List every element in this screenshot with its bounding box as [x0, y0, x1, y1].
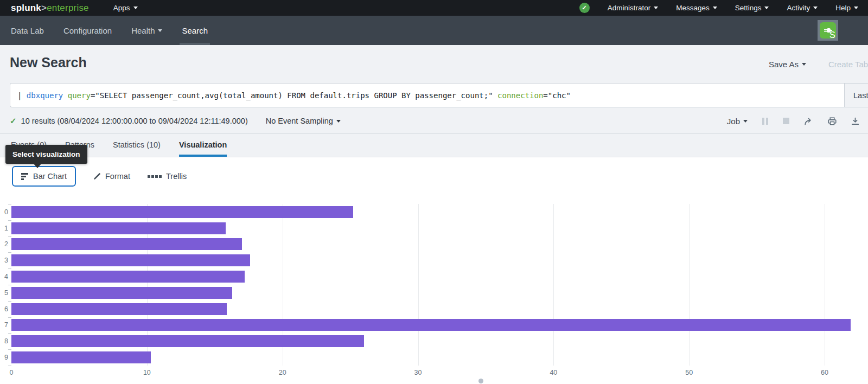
y-axis-tick	[8, 366, 11, 366]
bar-row: 8	[0, 333, 868, 349]
search-input[interactable]: | dbxquery query="SELECT passenger_count…	[10, 91, 571, 100]
chevron-down-icon	[854, 7, 858, 9]
y-axis-category-label: 8	[0, 337, 8, 345]
logo-splunk-text: splunk	[11, 3, 41, 13]
chevron-down-icon	[713, 7, 717, 9]
page-title: New Search	[10, 55, 87, 71]
tab-visualization[interactable]: Visualization	[179, 140, 227, 157]
app-icon-tile[interactable]: S	[818, 20, 838, 41]
y-axis-category-label: 4	[0, 273, 8, 280]
results-bar: ✓ 10 results (08/04/2024 12:00:00.000 to…	[0, 108, 868, 134]
trellis-grid-icon	[148, 175, 162, 178]
job-controls: Job	[727, 117, 868, 126]
bar-row: 4	[0, 268, 868, 285]
nav-item-search[interactable]: Search	[182, 16, 208, 45]
results-tabs: Events (0)PatternsStatistics (10)Visuali…	[0, 134, 868, 157]
bar[interactable]	[11, 303, 227, 315]
create-tab-label: Create Tab	[828, 60, 868, 69]
menu-label: Activity	[787, 4, 810, 12]
trellis-button[interactable]: Trellis	[148, 166, 187, 187]
select-visualization-tooltip: Select visualization	[5, 145, 87, 164]
bar[interactable]	[11, 238, 242, 250]
x-axis-tick-label: 40	[550, 369, 557, 376]
bar-row: 7	[0, 317, 868, 334]
bar[interactable]	[11, 271, 245, 283]
topbar-menu-administrator[interactable]: Administrator	[608, 4, 659, 12]
save-as-button[interactable]: Save As	[769, 60, 806, 69]
chevron-down-icon	[133, 7, 138, 9]
topbar-right-menus: ✓ AdministratorMessagesSettingsActivityH…	[579, 3, 868, 13]
y-axis-category-label: 6	[0, 305, 8, 313]
bar[interactable]	[11, 287, 232, 299]
bar-row: 6	[0, 301, 868, 317]
topbar-menu-settings[interactable]: Settings	[735, 4, 769, 12]
menu-label: Administrator	[608, 4, 651, 12]
nav-item-health[interactable]: Health	[131, 16, 162, 45]
query-token-command: dbxquery	[27, 91, 63, 100]
y-axis-category-label: 7	[0, 321, 8, 329]
pencil-icon	[93, 172, 101, 180]
event-sampling-label: No Event Sampling	[266, 117, 333, 125]
stop-icon[interactable]	[783, 118, 789, 124]
tooltip-caret	[34, 164, 41, 168]
chart-type-button[interactable]: Bar Chart	[12, 166, 76, 187]
apps-menu[interactable]: Apps	[113, 4, 138, 12]
y-axis-category-label: 5	[0, 289, 8, 297]
topbar-menu-help[interactable]: Help	[835, 4, 858, 12]
x-axis-tick-label: 60	[821, 369, 828, 376]
event-sampling-menu[interactable]: No Event Sampling	[266, 117, 341, 125]
search-bar: | dbxquery query="SELECT passenger_count…	[10, 83, 868, 107]
cursor-dot	[478, 379, 483, 383]
chevron-down-icon	[336, 120, 341, 123]
time-range-picker[interactable]: Last	[844, 84, 868, 107]
chart-type-label: Bar Chart	[33, 172, 67, 181]
logo-enterprise-text: enterprise	[47, 3, 89, 13]
download-icon[interactable]	[851, 117, 859, 125]
bar[interactable]	[11, 222, 226, 234]
query-token-plain: ="SELECT passenger_count,avg(total_amoun…	[91, 91, 493, 100]
success-check-icon: ✓	[10, 116, 17, 126]
bar[interactable]	[11, 254, 250, 266]
chevron-down-icon	[764, 7, 769, 9]
menu-label: Help	[835, 4, 851, 12]
create-tab-button[interactable]: Create Tab	[828, 60, 868, 69]
pause-icon[interactable]	[762, 118, 768, 125]
nav-item-data-lab[interactable]: Data Lab	[11, 16, 44, 45]
query-token-argument: connection	[497, 91, 543, 100]
format-button[interactable]: Format	[93, 166, 130, 187]
y-axis-category-label: 1	[0, 225, 8, 232]
menu-label: Settings	[735, 4, 762, 12]
check-circle-icon: ✓	[579, 3, 590, 13]
print-icon[interactable]	[828, 117, 837, 125]
results-summary: 10 results (08/04/2024 12:00:00.000 to 0…	[21, 117, 248, 125]
topbar-menu-activity[interactable]: Activity	[787, 4, 818, 12]
x-axis-tick-label: 0	[10, 369, 14, 376]
share-icon[interactable]	[804, 117, 813, 125]
chevron-down-icon	[802, 63, 806, 66]
time-range-label: Last	[853, 91, 868, 100]
splunk-search-page: splunk>enterprise Apps ✓ AdministratorMe…	[0, 0, 868, 384]
nav-item-configuration[interactable]: Configuration	[63, 16, 112, 45]
bar[interactable]	[11, 206, 353, 218]
y-axis-category-label: 0	[0, 208, 8, 216]
bar-row: 9	[0, 349, 868, 366]
y-axis-category-label: 2	[0, 240, 8, 248]
bar-chart: 01020304050600123456789	[0, 193, 868, 384]
bar[interactable]	[11, 351, 151, 363]
y-axis-category-label: 9	[0, 354, 8, 361]
job-menu[interactable]: Job	[727, 117, 748, 126]
topbar-menu-messages[interactable]: Messages	[676, 4, 717, 12]
app-name-cut: S	[829, 30, 846, 40]
bar-chart-icon	[21, 173, 28, 180]
bar[interactable]	[11, 335, 364, 347]
y-axis-category-label: 3	[0, 257, 8, 264]
trellis-label: Trellis	[166, 172, 187, 181]
bar[interactable]	[11, 319, 851, 331]
bar-row: 5	[0, 285, 868, 301]
query-token-plain	[493, 91, 497, 100]
format-label: Format	[105, 172, 130, 181]
tab-statistics-10[interactable]: Statistics (10)	[113, 140, 161, 157]
apps-menu-label: Apps	[113, 4, 130, 12]
nav-item-label: Configuration	[63, 26, 112, 35]
query-token-plain: ="chc"	[543, 91, 571, 100]
